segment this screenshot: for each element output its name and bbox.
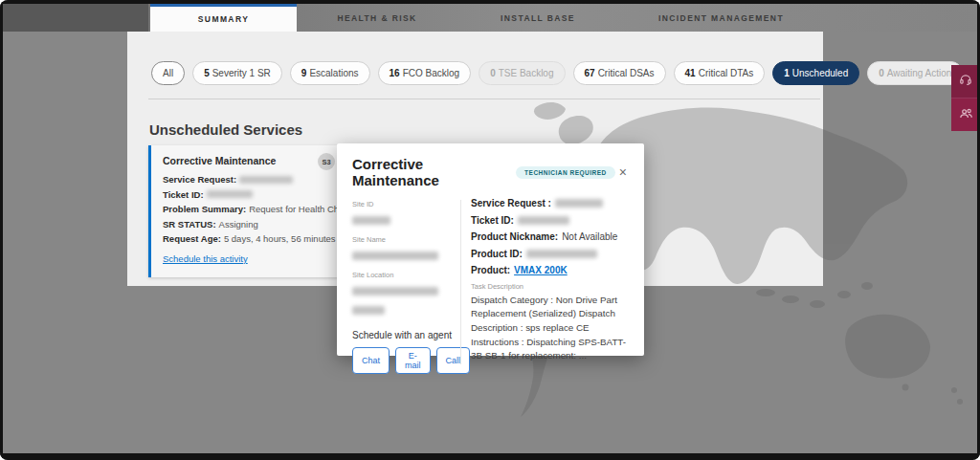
pill-count: 41 [685,68,696,78]
modal-left-column: Site ID Site Name Site Location Schedule… [352,198,460,374]
filter-pill-all[interactable]: All [151,61,185,85]
field-label: Service Request : [471,198,551,208]
field-label: Ticket ID: [471,215,514,226]
side-action-buttons [951,65,980,131]
schedule-with-agent-text: Schedule with an agent [352,330,460,340]
tab-install-base-label: INSTALL BASE [501,13,575,23]
task-description-text: Dispatch Category : Non Drive Part Repla… [471,294,635,363]
field-value: Assigning [219,219,258,230]
field-value: Not Available [562,231,617,242]
tab-health-risk-label: HEALTH & RISK [337,13,416,23]
card-field-service-request: Service Request: [163,174,335,185]
redacted-value [239,176,293,184]
redacted-value [518,216,569,225]
email-button[interactable]: E-mail [395,347,431,374]
filter-pill-escalations[interactable]: 9Escalations [290,61,370,85]
window-frame-top [0,0,980,4]
pill-count: 67 [585,68,595,78]
tab-summary-label: SUMMARY [198,14,249,24]
pill-label: Critical DSAs [598,68,655,78]
field-label: Ticket ID: [163,189,204,200]
filter-pill-unscheduled[interactable]: 1Unscheduled [772,61,859,85]
schedule-activity-link[interactable]: Schedule this activity [163,253,248,264]
headset-icon [959,73,972,90]
tab-health-risk[interactable]: HEALTH & RISK [297,4,457,32]
modal-header: Corrective Maintenance TECHNICIAN REQUIR… [337,143,644,194]
header-tab-bar: SUMMARY HEALTH & RISK INSTALL BASE INCID… [0,4,980,32]
agent-button-row: Chat E-mail Call [352,347,460,374]
service-card-title: Corrective Maintenance [163,155,335,166]
header-left-block [0,4,148,32]
modal-field-product: Product: VMAX 200K [471,265,631,275]
field-value: 5 days, 4 hours, 56 minutes [224,233,336,244]
field-label: Product ID: [471,249,523,259]
support-contact-button[interactable] [951,65,980,99]
card-field-problem-summary: Problem Summary: Request for Health Chec… [163,204,335,214]
site-location-redacted [352,287,438,296]
site-id-redacted [352,216,390,225]
filter-pill-row: All 5Severity 1 SR 9Escalations 16FCO Ba… [151,61,963,85]
pill-count: 5 [204,68,210,78]
pill-label: Unscheduled [792,68,848,78]
redacted-value [555,199,603,208]
filter-pill-tse-backlog: 0TSE Backlog [479,61,565,85]
modal-body: Site ID Site Name Site Location Schedule… [337,194,644,374]
modal-title: Corrective Maintenance [352,156,495,188]
field-label: Product Nickname: [471,231,558,242]
filter-pill-critical-dsas[interactable]: 67Critical DSAs [573,61,666,85]
page-title: Unscheduled Services [149,121,302,138]
pill-count: 16 [390,68,400,78]
task-description-label: Task Description [471,282,631,291]
pill-count: 9 [301,68,307,78]
pill-label: All [163,68,173,78]
pill-label: Critical DTAs [699,68,754,78]
corrective-maintenance-modal: Corrective Maintenance TECHNICIAN REQUIR… [337,143,644,356]
modal-field-product-nickname: Product Nickname: Not Available [471,231,631,242]
redacted-value [207,190,253,198]
pill-label: Awaiting Action [887,68,952,78]
filter-pill-critical-dtas[interactable]: 41Critical DTAs [674,61,766,85]
pill-label: Escalations [309,68,358,78]
site-id-label: Site ID [352,200,460,208]
card-field-request-age: Request Age: 5 days, 4 hours, 56 minutes [163,233,335,244]
site-location-label: Site Location [352,271,460,279]
call-button[interactable]: Call [436,347,471,374]
modal-field-ticket-id: Ticket ID: [471,215,631,226]
community-button[interactable] [951,99,980,131]
tab-incident-management-label: INCIDENT MANAGEMENT [658,13,784,23]
tab-incident-management[interactable]: INCIDENT MANAGEMENT [618,4,824,32]
field-label: Service Request: [163,174,236,185]
pill-count: 1 [784,68,790,78]
service-card[interactable]: Corrective Maintenance S3 Service Reques… [148,145,345,277]
site-name-label: Site Name [352,235,460,244]
close-icon[interactable]: × [615,164,631,181]
redacted-value [526,250,597,258]
filter-pill-severity-1-sr[interactable]: 5Severity 1 SR [192,61,282,85]
field-label: Problem Summary: [163,204,246,214]
pill-count: 0 [879,68,884,78]
window-frame-left [0,0,3,460]
tab-install-base[interactable]: INSTALL BASE [457,4,618,32]
chat-button[interactable]: Chat [352,347,390,374]
filter-pill-fco-backlog[interactable]: 16FCO Backlog [378,61,472,85]
card-field-ticket-id: Ticket ID: [163,189,335,200]
field-label: Request Age: [163,233,221,244]
people-icon [959,106,973,124]
pill-label: Severity 1 SR [212,68,271,78]
product-link[interactable]: VMAX 200K [514,265,568,275]
field-label: SR STATUS: [163,219,216,230]
modal-right-column: Service Request : Ticket ID: Product Nic… [471,198,631,374]
severity-badge: S3 [318,153,335,170]
modal-field-product-id: Product ID: [471,249,631,259]
technician-required-badge: TECHNICIAN REQUIRED [516,166,615,179]
pill-label: TSE Backlog [499,68,554,78]
filter-divider [148,99,820,99]
filter-pill-awaiting-action: 0Awaiting Action [867,61,963,85]
pill-count: 0 [490,68,496,78]
app-window: SUMMARY HEALTH & RISK INSTALL BASE INCID… [0,0,980,460]
site-name-redacted [352,252,438,260]
modal-column-divider [460,200,461,364]
tab-summary[interactable]: SUMMARY [150,4,297,32]
modal-field-service-request: Service Request : [471,198,631,208]
pill-label: FCO Backlog [403,68,459,78]
